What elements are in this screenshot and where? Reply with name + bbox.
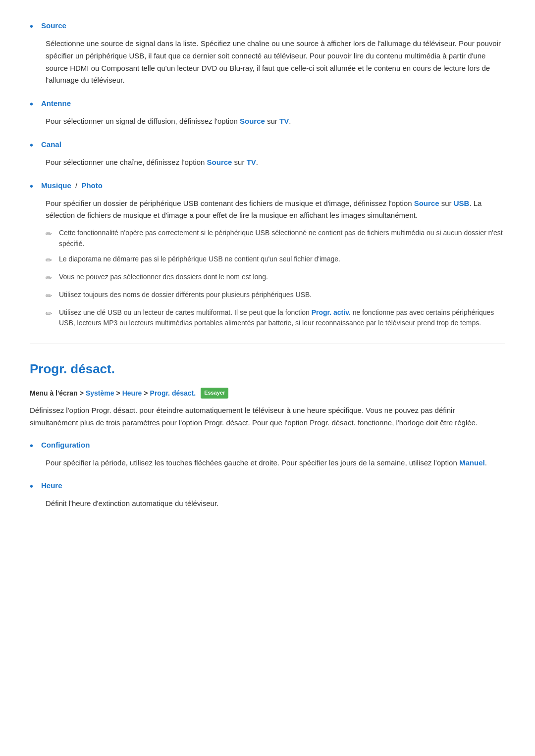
- heure-section: • Heure Définit l'heure d'extinction aut…: [30, 480, 505, 510]
- bullet-dot-source: •: [30, 19, 33, 34]
- breadcrumb-sep-3: >: [144, 388, 148, 399]
- antenne-source-link[interactable]: Source: [240, 117, 265, 125]
- canal-title-row: • Canal: [30, 139, 505, 152]
- breadcrumb-sep-2: >: [116, 388, 120, 399]
- antenne-section: • Antenne Pour sélectionner un signal de…: [30, 98, 505, 128]
- canal-source-link[interactable]: Source: [207, 158, 232, 166]
- note-item-2: ✏ Le diaporama ne démarre pas si le péri…: [46, 254, 505, 267]
- essayer-badge[interactable]: Essayer: [201, 388, 228, 399]
- section-divider: [30, 344, 505, 344]
- note-text-1: Cette fonctionnalité n'opère pas correct…: [59, 228, 505, 249]
- source-title[interactable]: Source: [41, 20, 66, 32]
- source-title-row: • Source: [30, 20, 505, 34]
- configuration-section: • Configuration Pour spécifier la périod…: [30, 439, 505, 469]
- note-list: ✏ Cette fonctionnalité n'opère pas corre…: [46, 228, 505, 329]
- note-item-4: ✏ Utilisez toujours des noms de dossier …: [46, 290, 505, 302]
- note-pencil-icon-4: ✏: [46, 290, 52, 302]
- musique-title[interactable]: Musique / Photo: [41, 180, 103, 192]
- note-item-5: ✏ Utilisez une clé USB ou un lecteur de …: [46, 307, 505, 329]
- musique-photo-title-row: • Musique / Photo: [30, 180, 505, 194]
- manuel-link[interactable]: Manuel: [459, 458, 485, 467]
- source-content: Sélectionne une source de signal dans la…: [46, 38, 505, 87]
- bullet-dot-configuration: •: [30, 438, 33, 453]
- note-pencil-icon-2: ✏: [46, 254, 52, 267]
- note-text-5: Utilisez une clé USB ou un lecteur de ca…: [59, 307, 505, 329]
- breadcrumb-heure[interactable]: Heure: [122, 388, 142, 399]
- configuration-title-row: • Configuration: [30, 439, 505, 453]
- progr-desact-intro: Définissez l'option Progr. désact. pour …: [30, 404, 505, 429]
- musique-usb-link[interactable]: USB: [454, 199, 470, 207]
- breadcrumb: Menu à l'écran > Système > Heure > Progr…: [30, 388, 505, 399]
- heure-content: Définit l'heure d'extinction automatique…: [46, 498, 505, 510]
- antenne-content: Pour sélectionner un signal de diffusion…: [46, 115, 505, 128]
- canal-section: • Canal Pour sélectionner une chaîne, dé…: [30, 139, 505, 169]
- heure-title[interactable]: Heure: [41, 480, 62, 492]
- antenne-title[interactable]: Antenne: [41, 98, 71, 109]
- heure-title-row: • Heure: [30, 480, 505, 494]
- note-text-3: Vous ne pouvez pas sélectionner des doss…: [59, 272, 268, 283]
- bullet-dot-heure: •: [30, 479, 33, 494]
- musique-photo-content: Pour spécifier un dossier de périphériqu…: [46, 198, 505, 329]
- canal-title[interactable]: Canal: [41, 139, 61, 151]
- source-section: • Source Sélectionne une source de signa…: [30, 20, 505, 87]
- slash: /: [73, 181, 80, 190]
- antenne-title-row: • Antenne: [30, 98, 505, 111]
- breadcrumb-menu: Menu à l'écran: [30, 388, 78, 399]
- progr-desact-heading: Progr. désact.: [30, 359, 505, 380]
- bullet-dot-musique-photo: •: [30, 179, 33, 194]
- note-text-4: Utilisez toujours des noms de dossier di…: [59, 290, 312, 301]
- bullet-dot-canal: •: [30, 138, 33, 152]
- breadcrumb-systeme[interactable]: Système: [86, 388, 114, 399]
- note-pencil-icon-1: ✏: [46, 228, 52, 241]
- antenne-tv-link[interactable]: TV: [279, 117, 289, 125]
- breadcrumb-progr-desact[interactable]: Progr. désact.: [150, 388, 196, 399]
- bullet-dot-antenne: •: [30, 97, 33, 111]
- breadcrumb-sep-1: >: [80, 388, 84, 399]
- musique-photo-section: • Musique / Photo Pour spécifier un doss…: [30, 180, 505, 329]
- note-pencil-icon-5: ✏: [46, 308, 52, 320]
- configuration-title[interactable]: Configuration: [41, 439, 90, 451]
- note-item-3: ✏ Vous ne pouvez pas sélectionner des do…: [46, 272, 505, 285]
- progr-desact-section: Progr. désact. Menu à l'écran > Système …: [30, 359, 505, 510]
- canal-content: Pour sélectionner une chaîne, définissez…: [46, 156, 505, 169]
- note-pencil-icon-3: ✏: [46, 272, 52, 285]
- configuration-content: Pour spécifier la période, utilisez les …: [46, 457, 505, 469]
- note-text-2: Le diaporama ne démarre pas si le périph…: [59, 254, 340, 265]
- progr-activ-link[interactable]: Progr. activ.: [312, 308, 351, 316]
- note-item-1: ✏ Cette fonctionnalité n'opère pas corre…: [46, 228, 505, 249]
- musique-source-link[interactable]: Source: [414, 199, 439, 207]
- canal-tv-link[interactable]: TV: [247, 158, 256, 166]
